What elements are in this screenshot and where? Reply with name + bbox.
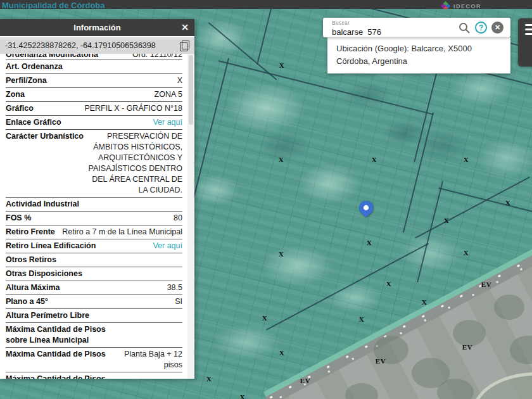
zone-label: EV [300,377,310,384]
zone-label: X [505,199,510,206]
table-row: Retiro Línea Edificación Ver aquí [6,239,182,253]
row-value: Retiro a 7 m de la Línea Municipal [58,227,182,238]
copy-icon[interactable] [180,41,189,51]
search-box: Buscar ? ✕ [323,18,510,37]
zone-label: X [359,315,364,323]
zone-label: EV [481,281,491,288]
clear-search-icon[interactable]: ✕ [491,22,504,34]
info-panel: Información ✕ -31.4252238878262, -64.179… [0,19,194,379]
zone-label: X [444,217,449,224]
idecor-logo-icon [441,1,451,9]
row-label: Gráfico [6,103,34,114]
zone-label: X [422,298,427,306]
info-panel-header: Información ✕ [0,19,194,36]
row-value: PRESERVACIÓN DE ÁMBITOS HISTÓRICOS, ARQU… [86,131,182,196]
parcel-boundary-line [256,6,272,65]
table-row: Máxima Cantidad de Pisos Planta Baja + 1… [6,348,182,372]
row-label: Retiro Línea Edificación [6,241,96,251]
row-label: Altura Máxima [6,282,60,293]
row-label: Plano a 45° [6,296,48,307]
zone-label: X [464,249,469,256]
coordinates-bar: -31.4252238878262, -64.17910506536398 [0,37,194,54]
row-label: Actividad Industrial [6,199,79,210]
brand: IDECOR [442,0,481,9]
zone-label: X [206,375,212,383]
zone-label: X [464,156,469,163]
search-icon[interactable] [458,22,471,34]
zone-label: EV [462,343,472,351]
zone-label: X [279,156,284,163]
table-row: Otros Retiros [6,253,182,267]
row-label: Otros Retiros [6,255,56,265]
zone-label: EV [376,357,386,365]
scrollbar-thumb[interactable] [189,55,193,125]
table-row: Otras Disposiciones [6,267,182,281]
zone-label: X [279,250,284,258]
table-row: Máxima Cantidad de Pisos sobre Línea Mun… [6,323,182,348]
location-marker-icon [356,198,376,217]
coordinates-value: -31.4252238878262, -64.17910506536398 [5,41,156,50]
search-input[interactable] [332,27,427,37]
zone-label: X [367,239,372,246]
table-row: FOS % 80 [6,212,182,225]
zone-label: X [262,314,267,322]
zone-label: X [279,61,284,69]
idecor-logo-text: IDECOR [453,3,481,9]
row-value: 80 [34,213,182,224]
search-suggestion-item[interactable]: Ubicación (Google): Balcarce, X5000 Córd… [327,37,510,73]
row-value: PERFIL X - GRÁFICO N°18 [36,103,182,114]
parcel-boundary-line [403,113,434,233]
map-pin [359,201,373,219]
row-label: Retiro Frente [6,227,55,238]
tree-blob [453,320,486,346]
table-row: Actividad Industrial [6,198,182,212]
help-icon[interactable]: ? [475,22,487,34]
zone-label: X [279,349,284,357]
row-label: Ordenanza Modificatoria [6,54,98,60]
table-row: Máxima Cantidad de Pisos Perímetro Libre [6,372,182,379]
table-row: Art. Ordenanza [6,60,182,74]
row-label: Enlace Gráfico [6,117,61,128]
table-row: Perfil/Zona X [6,74,182,88]
table-row: Altura Perímetro Libre [6,309,182,323]
row-value[interactable]: Ver aquí [64,117,182,128]
table-row: Carácter Urbanístico PRESERVACIÓN DE ÁMB… [6,130,182,198]
table-row: Plano a 45° SI [6,295,182,309]
row-label: Máxima Cantidad de Pisos sobre Línea Mun… [6,324,106,346]
table-row: Altura Máxima 38.5 [6,281,182,295]
suggestion-text: Ubicación (Google): Balcarce, X5000 Córd… [336,44,472,66]
row-value: X [49,75,182,86]
row-label: FOS % [6,213,31,224]
table-row: Ordenanza Modificatoria Ord. 12110/12 [6,54,182,60]
parcel-boundary-line [208,22,277,80]
panel-scrollbar[interactable] [187,54,194,379]
row-value: Ord. 12110/12 [101,54,182,60]
row-label: Otras Disposiciones [6,269,82,279]
search-fields: Buscar [323,18,458,37]
row-label: Altura Perímetro Libre [6,310,89,321]
row-value: Planta Baja + 12 pisos [108,349,182,370]
search-icons: ? ✕ [458,22,510,34]
row-label: Máxima Cantidad de Pisos [6,349,106,360]
zone-label: X [240,393,245,399]
search-field-label: Buscar [332,20,458,26]
row-label: Carácter Urbanístico [6,131,84,142]
zone-label: X [386,280,391,288]
parcel-boundary-line [417,181,443,283]
row-value: SI [51,296,182,307]
table-row: Gráfico PERFIL X - GRÁFICO N°18 [6,102,182,116]
row-value: 38.5 [62,282,182,293]
table-row: Retiro Frente Retiro a 7 m de la Línea M… [6,225,182,239]
top-bar: Municipalidad de Córdoba IDECOR [0,0,532,9]
row-label: Perfil/Zona [6,75,47,86]
app-title: Municipalidad de Córdoba [2,1,105,10]
menu-button[interactable] [518,18,532,66]
zone-label: X [372,156,377,163]
parcel-boundary-line [415,177,530,239]
app-window: X X X X X X X X X X X X [0,0,532,399]
row-value[interactable]: Ver aquí [98,241,182,251]
row-label: Máxima Cantidad de Pisos Perímetro Libre [6,374,106,379]
close-icon[interactable]: ✕ [181,22,189,33]
table-row: Zona ZONA 5 [6,88,182,102]
tree-blob [494,294,524,320]
